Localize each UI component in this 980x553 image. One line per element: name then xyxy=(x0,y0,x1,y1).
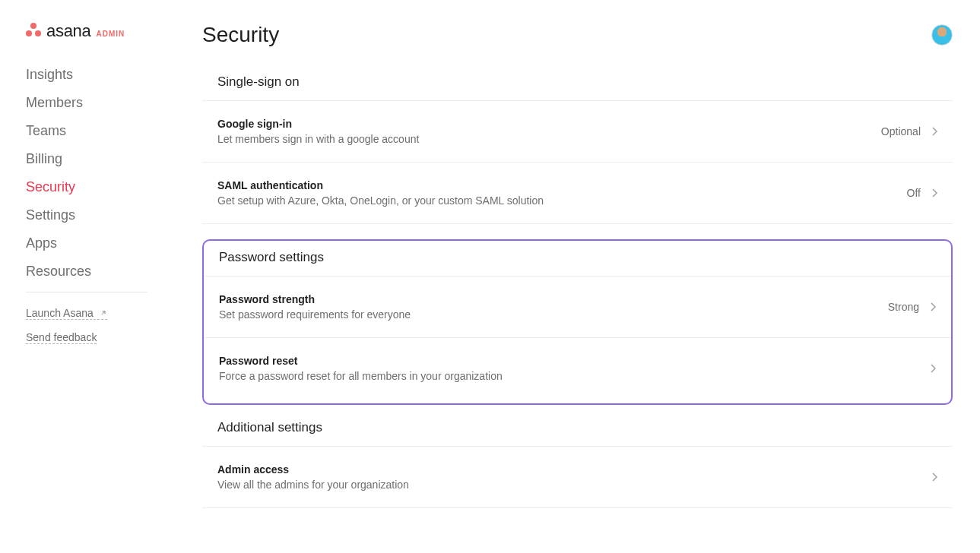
setting-desc: Let members sign in with a google accoun… xyxy=(217,133,881,145)
sidebar-divider xyxy=(26,292,147,292)
setting-row-password-strength[interactable]: Password strength Set password requireme… xyxy=(204,276,951,338)
section-title-additional: Additional settings xyxy=(202,420,953,447)
setting-right: Off xyxy=(907,187,937,199)
sidebar-item-settings[interactable]: Settings xyxy=(26,207,175,223)
setting-right xyxy=(919,364,936,373)
brand-logo: asana ADMIN xyxy=(26,21,175,41)
section-password: Password settings Password strength Set … xyxy=(202,239,953,405)
launch-asana-label: Launch Asana xyxy=(26,307,94,319)
page-title: Security xyxy=(202,23,279,47)
setting-name: SAML authentication xyxy=(217,179,907,191)
setting-name: Password strength xyxy=(219,293,888,305)
sidebar-item-security[interactable]: Security xyxy=(26,179,175,195)
chevron-right-icon xyxy=(930,302,936,311)
setting-row-google-signin[interactable]: Google sign-in Let members sign in with … xyxy=(202,101,953,163)
avatar[interactable] xyxy=(931,24,953,46)
setting-right xyxy=(921,472,937,482)
sidebar-item-members[interactable]: Members xyxy=(26,95,175,111)
setting-text: Admin access View all the admins for you… xyxy=(217,463,921,491)
page-header: Security xyxy=(202,23,953,47)
sidebar-item-teams[interactable]: Teams xyxy=(26,123,175,139)
setting-value: Optional xyxy=(881,125,921,137)
section-additional: Additional settings Admin access View al… xyxy=(202,420,953,508)
sidebar-item-resources[interactable]: Resources xyxy=(26,264,175,280)
sidebar-item-billing[interactable]: Billing xyxy=(26,151,175,167)
setting-text: Password strength Set password requireme… xyxy=(219,293,888,321)
setting-desc: Set password requirements for everyone xyxy=(219,308,888,321)
setting-name: Admin access xyxy=(217,463,921,476)
setting-desc: Force a password reset for all members i… xyxy=(219,370,919,382)
setting-name: Password reset xyxy=(219,355,919,367)
setting-text: Password reset Force a password reset fo… xyxy=(219,355,919,382)
chevron-right-icon xyxy=(931,472,937,482)
send-feedback-link[interactable]: Send feedback xyxy=(26,331,97,344)
setting-name: Google sign-in xyxy=(217,118,881,130)
sidebar-nav: Insights Members Teams Billing Security … xyxy=(26,67,175,280)
setting-right: Optional xyxy=(881,125,937,137)
external-link-icon xyxy=(100,309,107,318)
launch-asana-link[interactable]: Launch Asana xyxy=(26,307,107,320)
brand-name: asana xyxy=(46,21,90,41)
setting-row-saml[interactable]: SAML authentication Get setup with Azure… xyxy=(202,163,953,224)
setting-text: SAML authentication Get setup with Azure… xyxy=(217,179,907,207)
chevron-right-icon xyxy=(931,188,937,198)
setting-right: Strong xyxy=(888,301,936,313)
main-content: Security Single-sign on Google sign-in L… xyxy=(175,0,980,553)
setting-text: Google sign-in Let members sign in with … xyxy=(217,118,881,145)
chevron-right-icon xyxy=(931,127,937,136)
chevron-right-icon xyxy=(930,364,936,373)
setting-value: Strong xyxy=(888,301,919,313)
setting-value: Off xyxy=(907,187,921,199)
sidebar-item-insights[interactable]: Insights xyxy=(26,67,175,83)
setting-row-admin-access[interactable]: Admin access View all the admins for you… xyxy=(202,447,953,508)
setting-desc: Get setup with Azure, Okta, OneLogin, or… xyxy=(217,194,907,207)
setting-desc: View all the admins for your organizatio… xyxy=(217,479,921,491)
asana-logo-icon xyxy=(26,23,41,36)
section-sso: Single-sign on Google sign-in Let member… xyxy=(202,74,953,224)
sidebar-item-apps[interactable]: Apps xyxy=(26,235,175,251)
brand-suffix: ADMIN xyxy=(96,30,125,38)
sidebar: asana ADMIN Insights Members Teams Billi… xyxy=(0,0,175,553)
section-title-password: Password settings xyxy=(204,250,951,276)
section-title-sso: Single-sign on xyxy=(202,74,953,101)
setting-row-password-reset[interactable]: Password reset Force a password reset fo… xyxy=(204,338,951,399)
